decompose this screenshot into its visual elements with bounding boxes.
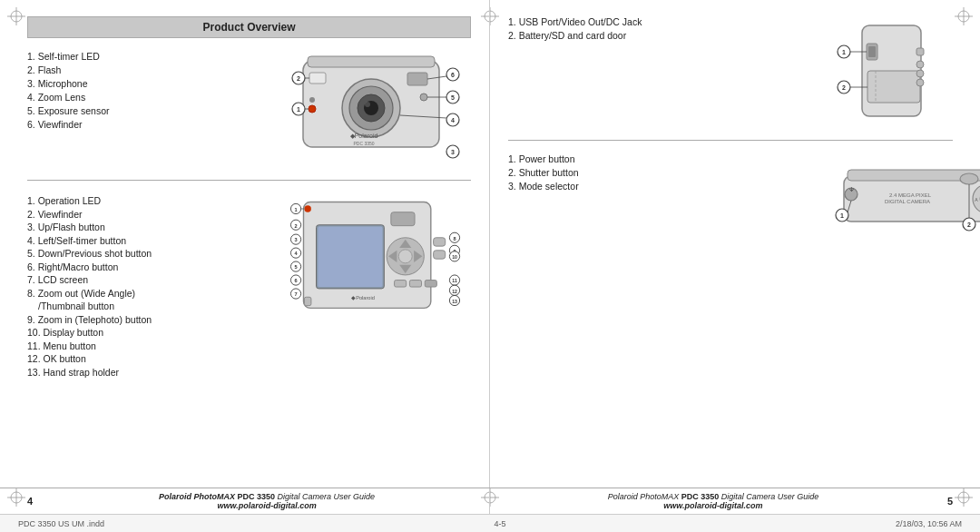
svg-text:5: 5	[295, 264, 298, 270]
svg-text:2: 2	[297, 75, 300, 82]
back-item-3: 3. Up/Flash button	[27, 222, 289, 232]
section-title: Product Overview	[202, 21, 295, 34]
front-items-list: 1. Self-timer LED 2. Flash 3. Microphone…	[27, 47, 289, 167]
svg-rect-99	[916, 48, 924, 55]
svg-rect-60	[434, 238, 446, 246]
front-item-4: 4. Zoom Lens	[27, 92, 289, 103]
top-camera-diagram: 2.4 MEGA PIXEL DIGITAL CAMERA ⏻ ▲ P A	[835, 153, 953, 237]
front-camera-diagram: ◆Polaroid PDC 3350 1 2 3 4	[289, 47, 471, 167]
section-header: Product Overview	[27, 16, 471, 38]
svg-rect-63	[409, 281, 421, 287]
footer-text-right: Polaroid PhotoMAX PDC 3350 Digital Camer…	[490, 492, 936, 510]
svg-rect-51	[318, 227, 382, 287]
back-item-2: 2. Viewfinder	[27, 209, 289, 220]
svg-point-52	[304, 205, 310, 212]
svg-rect-61	[434, 251, 446, 259]
back-item-12: 12. OK button	[27, 353, 289, 364]
back-item-9: 9. Zoom in (Telephoto) button	[27, 314, 289, 325]
svg-rect-96	[868, 46, 876, 57]
back-item-10: 10. Display button	[27, 327, 289, 338]
svg-text:2.4 MEGA PIXEL: 2.4 MEGA PIXEL	[889, 192, 932, 198]
top-item-3: 3. Mode selector	[508, 181, 835, 192]
svg-point-102	[916, 79, 924, 86]
svg-text:11: 11	[452, 278, 457, 283]
svg-text:⏻: ⏻	[849, 186, 854, 192]
svg-text:1: 1	[297, 106, 300, 113]
front-item-6: 6. Viewfinder	[27, 119, 289, 130]
svg-text:7: 7	[295, 291, 298, 297]
side-items-list: 1. USB Port/Video Out/DC Jack 2. Battery…	[508, 16, 835, 127]
top-camera-section: 1. Power button 2. Shutter button 3. Mod…	[508, 153, 953, 237]
back-item-6: 6. Right/Macro button	[27, 261, 289, 272]
svg-text:4: 4	[451, 117, 455, 123]
svg-text:2: 2	[967, 222, 971, 228]
svg-text:3: 3	[295, 237, 298, 242]
footer-left: 4 Polaroid PhotoMAX PDC 3350 Digital Cam…	[27, 492, 490, 510]
svg-rect-64	[425, 281, 436, 287]
back-item-13: 13. Hand strap holder	[27, 367, 289, 378]
back-camera-diagram: ◆Polaroid 1 2 3 4	[289, 195, 471, 379]
svg-text:6: 6	[295, 278, 298, 283]
page-container: Product Overview 1. Self-timer LED 2. Fl…	[0, 0, 980, 532]
front-item-5: 5. Exposure sensor	[27, 105, 289, 116]
side-item-1: 1. USB Port/Video Out/DC Jack	[508, 16, 835, 27]
bottom-bar-right: 2/18/03, 10:56 AM	[896, 519, 962, 528]
svg-text:1: 1	[842, 49, 846, 55]
back-item-11: 11. Menu button	[27, 340, 289, 351]
back-item-4: 4. Left/Self-timer button	[27, 235, 289, 246]
svg-text:12: 12	[452, 289, 457, 294]
svg-text:1: 1	[295, 207, 298, 212]
back-item-1: 1. Operation LED	[27, 195, 289, 206]
footer-right: Polaroid PhotoMAX PDC 3350 Digital Camer…	[490, 492, 953, 510]
side-camera-diagram: 1 2	[835, 16, 953, 127]
front-camera-section: 1. Self-timer LED 2. Flash 3. Microphone…	[27, 47, 471, 181]
svg-text:8: 8	[453, 236, 456, 241]
front-item-3: 3. Microphone	[27, 78, 289, 89]
svg-text:3: 3	[451, 149, 455, 155]
svg-rect-62	[395, 281, 407, 287]
svg-text:5: 5	[451, 94, 455, 101]
svg-text:2: 2	[842, 84, 846, 91]
svg-point-29	[309, 105, 316, 113]
svg-point-28	[420, 94, 427, 101]
svg-text:PDC 3350: PDC 3350	[353, 141, 374, 146]
svg-text:DIGITAL CAMERA: DIGITAL CAMERA	[885, 199, 930, 204]
svg-rect-19	[308, 56, 435, 67]
svg-text:◆Polaroid: ◆Polaroid	[351, 295, 375, 300]
footer: 4 Polaroid PhotoMAX PDC 3350 Digital Cam…	[0, 488, 980, 514]
svg-point-100	[916, 61, 924, 68]
bottom-bar-left: PDC 3350 US UM .indd	[18, 519, 104, 528]
svg-text:13: 13	[452, 299, 457, 304]
page-number-right: 5	[947, 496, 953, 507]
back-item-8b: /Thumbnail button	[27, 300, 289, 311]
svg-rect-53	[391, 212, 415, 226]
top-item-2: 2. Shutter button	[508, 167, 835, 178]
bottom-bar: PDC 3350 US UM .indd 4-5 2/18/03, 10:56 …	[0, 514, 980, 532]
svg-text:1: 1	[840, 212, 844, 219]
top-item-1: 1. Power button	[508, 153, 835, 164]
svg-text:6: 6	[451, 72, 455, 78]
svg-point-24	[365, 102, 370, 107]
side-item-2: 2. Battery/SD and card door	[508, 30, 835, 41]
back-items-list: 1. Operation LED 2. Viewfinder 3. Up/Fla…	[27, 195, 289, 379]
svg-text:2: 2	[295, 223, 298, 229]
side-camera-section: 1. USB Port/Video Out/DC Jack 2. Battery…	[508, 16, 953, 141]
front-item-1: 1. Self-timer LED	[27, 51, 289, 62]
page-number-left: 4	[27, 496, 33, 507]
svg-rect-26	[407, 73, 427, 85]
back-camera-section: 1. Operation LED 2. Viewfinder 3. Up/Fla…	[27, 195, 471, 379]
footer-text-left: Polaroid PhotoMAX PDC 3350 Digital Camer…	[44, 492, 490, 510]
back-item-7: 7. LCD screen	[27, 274, 289, 285]
svg-point-115	[960, 173, 978, 184]
svg-point-27	[309, 97, 315, 103]
svg-text:10: 10	[452, 254, 457, 260]
back-item-8: 8. Zoom out (Wide Angle)	[27, 288, 289, 299]
bottom-bar-center: 4-5	[494, 519, 505, 528]
front-item-2: 2. Flash	[27, 64, 289, 75]
svg-rect-65	[304, 297, 310, 305]
left-page: Product Overview 1. Self-timer LED 2. Fl…	[0, 0, 490, 532]
svg-text:◆Polaroid: ◆Polaroid	[350, 133, 378, 139]
svg-point-59	[398, 250, 412, 263]
right-page: 1. USB Port/Video Out/DC Jack 2. Battery…	[490, 0, 980, 532]
svg-point-101	[916, 70, 924, 77]
